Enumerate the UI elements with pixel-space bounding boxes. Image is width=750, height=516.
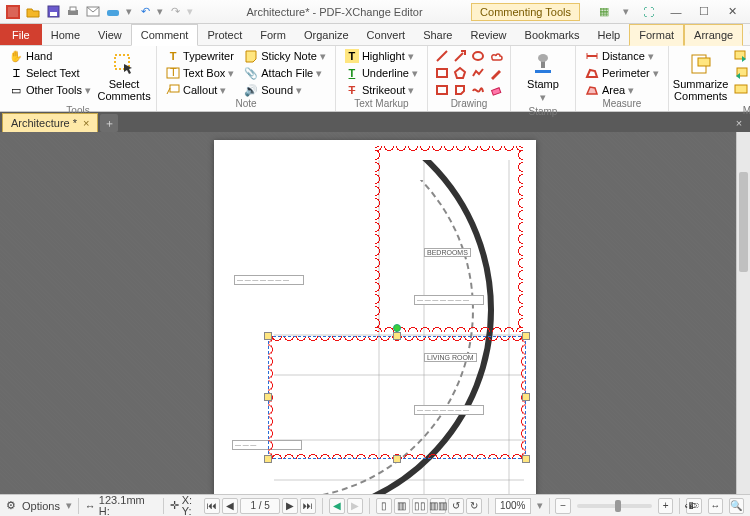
menu-protect[interactable]: Protect	[198, 24, 251, 45]
document-tab[interactable]: Architecture * ×	[2, 113, 98, 132]
resize-handle-sw[interactable]	[264, 455, 272, 463]
options-button[interactable]: Options	[22, 500, 60, 512]
scrollbar-thumb[interactable]	[739, 172, 748, 272]
distance-tool[interactable]: Distance▾	[582, 48, 662, 64]
show-button[interactable]: Show▾	[731, 82, 750, 98]
underline-tool[interactable]: TUnderline▾	[342, 65, 421, 81]
add-tab-button[interactable]: ＋	[100, 114, 118, 132]
rect-tool-icon[interactable]	[434, 65, 450, 81]
menu-convert[interactable]: Convert	[358, 24, 415, 45]
select-comments-button[interactable]: Select Comments	[98, 48, 150, 105]
zoom-slider[interactable]	[577, 504, 653, 508]
highlight-tool[interactable]: THighlight▾	[342, 48, 421, 64]
menu-format[interactable]: Format	[629, 24, 684, 46]
layout-facing-icon[interactable]: ▯▯	[412, 498, 428, 514]
nav-back-button[interactable]: ◀	[329, 498, 345, 514]
menu-form[interactable]: Form	[251, 24, 295, 45]
page-field[interactable]: 1 / 5	[240, 498, 280, 514]
document-canvas[interactable]: BEDROOMS LIVING ROOM — — — — — — — — — —…	[0, 132, 750, 494]
save-icon[interactable]	[44, 3, 62, 21]
menu-view[interactable]: View	[89, 24, 131, 45]
redo-icon[interactable]: ↷	[166, 3, 184, 21]
zoom-region-icon[interactable]: 🔍	[729, 498, 744, 514]
first-page-button[interactable]: ⏮	[204, 498, 220, 514]
hand-tool[interactable]: ✋Hand	[6, 48, 94, 64]
other-tools[interactable]: ▭Other Tools▾	[6, 82, 94, 98]
resize-handle-n[interactable]	[393, 332, 401, 340]
last-page-button[interactable]: ⏭	[300, 498, 316, 514]
undo-dropdown[interactable]: ▾	[156, 3, 164, 21]
fit-icon[interactable]: ⛶	[638, 6, 658, 18]
perimeter-tool[interactable]: Perimeter▾	[582, 65, 662, 81]
eraser-tool-icon[interactable]	[488, 82, 504, 98]
sound-tool[interactable]: 🔊Sound▾	[241, 82, 329, 98]
ui-options-dropdown[interactable]: ▾	[622, 5, 630, 18]
email-icon[interactable]	[84, 3, 102, 21]
options-gear-icon[interactable]: ⚙	[6, 499, 16, 512]
rotation-handle[interactable]	[393, 324, 401, 332]
redo-dropdown[interactable]: ▾	[186, 3, 194, 21]
resize-handle-e[interactable]	[522, 393, 530, 401]
polyline-tool-icon[interactable]	[470, 65, 486, 81]
file-menu[interactable]: File	[0, 24, 42, 45]
sticky-note-tool[interactable]: Sticky Note▾	[241, 48, 329, 64]
arrow-tool-icon[interactable]	[452, 48, 468, 64]
menu-review[interactable]: Review	[461, 24, 515, 45]
resize-handle-s[interactable]	[393, 455, 401, 463]
line-tool-icon[interactable]	[434, 48, 450, 64]
typewriter-tool[interactable]: TTypewriter	[163, 48, 237, 64]
tabstrip-close-icon[interactable]: ×	[730, 114, 748, 132]
next-page-button[interactable]: ▶	[282, 498, 298, 514]
zoom-field[interactable]: 100%	[495, 498, 531, 514]
ui-settings-icon[interactable]: ▦	[594, 5, 614, 18]
resize-handle-nw[interactable]	[264, 332, 272, 340]
pencil-tool-icon[interactable]	[488, 65, 504, 81]
resize-handle-se[interactable]	[522, 455, 530, 463]
close-button[interactable]: ✕	[722, 5, 742, 18]
nav-fwd-button[interactable]: ▶	[347, 498, 363, 514]
fit-page-icon[interactable]: �ော	[686, 498, 701, 514]
slider-thumb[interactable]	[615, 500, 621, 512]
menu-bookmarks[interactable]: Bookmarks	[516, 24, 589, 45]
menu-organize[interactable]: Organize	[295, 24, 358, 45]
menu-help[interactable]: Help	[589, 24, 630, 45]
layout-facing-cont-icon[interactable]: ▥▥	[430, 498, 446, 514]
close-tab-icon[interactable]: ×	[83, 117, 89, 129]
zoom-out-button[interactable]: −	[555, 498, 570, 514]
attach-file-tool[interactable]: 📎Attach File▾	[241, 65, 329, 81]
zoom-in-button[interactable]: +	[658, 498, 673, 514]
prev-page-button[interactable]: ◀	[222, 498, 238, 514]
polygon2-tool-icon[interactable]	[452, 82, 468, 98]
layout-single-icon[interactable]: ▯	[376, 498, 392, 514]
minimize-button[interactable]: —	[666, 6, 686, 18]
select-text-tool[interactable]: ᏆSelect Text	[6, 65, 94, 81]
print-icon[interactable]	[64, 3, 82, 21]
menu-arrange[interactable]: Arrange	[684, 24, 743, 46]
rotate-cw-icon[interactable]: ↻	[466, 498, 482, 514]
maximize-button[interactable]: ☐	[694, 5, 714, 18]
textbox-tool[interactable]: TText Box▾	[163, 65, 237, 81]
resize-handle-w[interactable]	[264, 393, 272, 401]
polygon-tool-icon[interactable]	[452, 65, 468, 81]
resize-handle-ne[interactable]	[522, 332, 530, 340]
undo-icon[interactable]: ↶	[136, 3, 154, 21]
layout-continuous-icon[interactable]: ▥	[394, 498, 410, 514]
ellipse-tool-icon[interactable]	[470, 48, 486, 64]
export-button[interactable]: Export	[731, 65, 750, 81]
cloud-tool-icon[interactable]	[488, 48, 504, 64]
callout-tool[interactable]: Callout▾	[163, 82, 237, 98]
menu-comment[interactable]: Comment	[131, 24, 199, 46]
scan-icon[interactable]	[104, 3, 122, 21]
import-button[interactable]: Import	[731, 48, 750, 64]
summarize-button[interactable]: Summarize Comments	[675, 48, 727, 105]
menu-share[interactable]: Share	[414, 24, 461, 45]
fit-width-icon[interactable]: ↔	[708, 498, 723, 514]
stamp-button[interactable]: Stamp▾	[517, 48, 569, 106]
open-icon[interactable]	[24, 3, 42, 21]
menu-home[interactable]: Home	[42, 24, 89, 45]
freehand-tool-icon[interactable]	[470, 82, 486, 98]
qat-dropdown-icon[interactable]: ▾	[124, 3, 134, 21]
cloud-annotation[interactable]	[379, 150, 519, 328]
vertical-scrollbar[interactable]	[736, 132, 750, 494]
strikeout-tool[interactable]: TStrikeout▾	[342, 82, 421, 98]
